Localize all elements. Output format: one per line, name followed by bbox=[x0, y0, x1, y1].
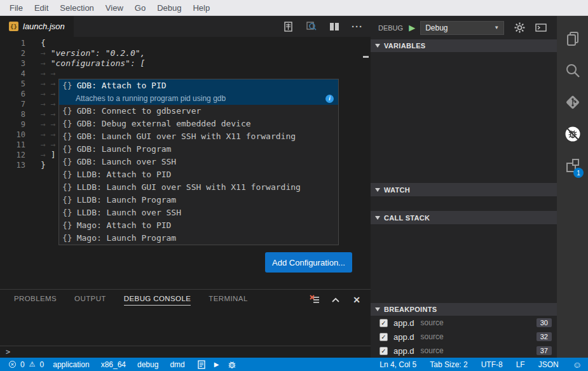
debug-view-title: DEBUG bbox=[378, 24, 403, 32]
status-item[interactable]: JSON bbox=[538, 360, 559, 369]
breakpoint-checkbox[interactable]: ✓ bbox=[379, 333, 388, 341]
search-icon[interactable] bbox=[557, 55, 588, 86]
gear-icon[interactable] bbox=[514, 22, 525, 33]
breakpoint-line-badge: 32 bbox=[537, 332, 552, 341]
status-item[interactable]: Tab Size: 2 bbox=[430, 360, 467, 369]
whitespace-tab-arrows: → → bbox=[41, 119, 60, 129]
breakpoint-checkbox[interactable]: ✓ bbox=[379, 347, 388, 355]
suggest-item[interactable]: {} GDB: Connect to gdbserver bbox=[59, 105, 338, 118]
suggest-label: Mago: Launch Program bbox=[77, 232, 177, 245]
suggest-label: GDB: Debug external embedded device bbox=[77, 118, 251, 130]
bug-icon[interactable] bbox=[228, 360, 236, 369]
status-item[interactable]: LF bbox=[516, 360, 525, 369]
section-variables[interactable]: VARIABLES bbox=[371, 39, 557, 52]
suggest-item[interactable]: {} GDB: Debug external embedded device bbox=[59, 118, 338, 130]
whitespace-tab-arrows: → bbox=[41, 150, 51, 159]
snippet-braces-icon: {} bbox=[62, 232, 72, 245]
breakpoint-file: app.d bbox=[393, 318, 414, 328]
source-control-icon[interactable] bbox=[557, 86, 588, 118]
breakpoint-kind: source bbox=[421, 332, 444, 341]
snippet-braces-icon: {} bbox=[62, 219, 72, 232]
section-call-stack[interactable]: CALL STACK bbox=[371, 211, 557, 224]
panel-tab[interactable]: DEBUG CONSOLE bbox=[124, 295, 191, 306]
menu-item[interactable]: Go bbox=[129, 3, 151, 13]
suggest-item[interactable]: {} Mago: Attach to PID bbox=[59, 219, 338, 232]
close-panel-icon[interactable]: ✕ bbox=[352, 295, 362, 305]
panel-tab[interactable]: OUTPUT bbox=[74, 295, 106, 306]
suggest-item-selected[interactable]: {} GDB: Attach to PID bbox=[59, 79, 338, 92]
menu-item[interactable]: Debug bbox=[151, 3, 187, 13]
suggest-item[interactable]: {} GDB: Launch over SSH bbox=[59, 156, 338, 168]
suggest-label: GDB: Attach to PID bbox=[77, 79, 167, 92]
suggest-item[interactable]: {} LLDB: Launch GUI over SSH with X11 fo… bbox=[59, 181, 338, 194]
status-right: Ln 4, Col 5Tab Size: 2UTF-8LFJSON ☺ bbox=[366, 360, 582, 370]
debug-icon[interactable] bbox=[557, 118, 588, 150]
status-item[interactable]: x86_64 bbox=[101, 360, 126, 369]
menu-item[interactable]: File bbox=[4, 3, 29, 13]
twistie-icon bbox=[375, 216, 380, 220]
run-icon[interactable]: ▶ bbox=[214, 361, 219, 368]
open-file-icon[interactable] bbox=[283, 21, 294, 32]
add-configuration-button[interactable]: Add Configuration... bbox=[265, 252, 352, 273]
breakpoint-row[interactable]: ✓ app.d source 30 bbox=[371, 316, 557, 330]
feedback-smiley-icon[interactable]: ☺ bbox=[573, 360, 582, 370]
clear-output-icon[interactable] bbox=[310, 295, 320, 305]
watch-body[interactable] bbox=[371, 196, 557, 211]
configurations-dropdown[interactable]: Debug ▼ bbox=[420, 21, 504, 35]
maximize-panel-icon[interactable] bbox=[331, 295, 341, 305]
line-number: 3 bbox=[0, 58, 25, 69]
snippet-braces-icon: {} bbox=[62, 194, 72, 206]
extensions-icon[interactable]: 1 bbox=[557, 150, 588, 182]
warnings-icon: ⚠ bbox=[29, 361, 36, 368]
menu-item[interactable]: Help bbox=[187, 3, 215, 13]
debug-console-icon[interactable] bbox=[535, 24, 547, 32]
section-watch[interactable]: WATCH bbox=[371, 183, 557, 196]
info-icon[interactable]: i bbox=[325, 95, 334, 103]
suggest-item[interactable]: {} LLDB: Launch Program bbox=[59, 194, 338, 206]
panel-tab[interactable]: PROBLEMS bbox=[14, 295, 57, 306]
suggest-detail-text: Attaches to a running program pid using … bbox=[76, 92, 325, 105]
call-stack-body[interactable] bbox=[371, 224, 557, 303]
snippet-braces-icon: {} bbox=[62, 118, 72, 130]
breakpoint-row[interactable]: ✓ app.d source 32 bbox=[371, 330, 557, 344]
code-editor[interactable]: 1 { 2 → "version": "0.2.0", 3 → "configu… bbox=[0, 37, 371, 289]
status-item[interactable]: debug bbox=[137, 360, 158, 369]
profile-doc-icon[interactable] bbox=[198, 360, 205, 369]
problems-status[interactable]: ✕ 0 ⚠ 0 bbox=[9, 360, 44, 369]
build-status-items: applicationx86_64debugdmd bbox=[53, 360, 196, 369]
menu-item[interactable]: View bbox=[100, 3, 129, 13]
suggest-item[interactable]: {} GDB: Launch GUI over SSH with X11 for… bbox=[59, 130, 338, 143]
tab-launch-json[interactable]: {} launch.json bbox=[0, 16, 74, 37]
variables-body[interactable] bbox=[371, 52, 557, 183]
status-item[interactable]: Ln 4, Col 5 bbox=[379, 360, 416, 369]
split-editor-icon[interactable] bbox=[329, 21, 339, 32]
menu-item[interactable]: Edit bbox=[29, 3, 54, 13]
status-item[interactable]: dmd bbox=[170, 360, 184, 369]
code-text: "configurations": [ bbox=[51, 58, 146, 68]
status-item[interactable]: UTF-8 bbox=[481, 360, 503, 369]
debug-console-output[interactable] bbox=[0, 311, 371, 346]
suggest-item[interactable]: {} LLDB: Attach to PID bbox=[59, 168, 338, 181]
suggest-item[interactable]: {} Mago: Launch Program bbox=[59, 232, 338, 245]
breakpoint-row[interactable]: ✓ app.d source 37 bbox=[371, 344, 557, 358]
breakpoint-checkbox[interactable]: ✓ bbox=[379, 319, 388, 327]
whitespace-tab-arrows: → → bbox=[41, 109, 60, 119]
line-number: 6 bbox=[0, 89, 25, 99]
menu-item[interactable]: Selection bbox=[54, 3, 99, 13]
start-debug-icon[interactable]: ▶ bbox=[409, 23, 415, 32]
open-preview-icon[interactable] bbox=[306, 21, 317, 32]
debug-console-input[interactable]: > bbox=[0, 346, 371, 358]
explorer-icon[interactable] bbox=[557, 23, 588, 55]
panel-tab[interactable]: TERMINAL bbox=[209, 295, 247, 306]
suggest-item[interactable]: {} GDB: Launch Program bbox=[59, 143, 338, 156]
suggest-list: {} GDB: Connect to gdbserver {} GDB: Deb… bbox=[59, 105, 338, 245]
suggest-item[interactable]: {} LLDB: Launch over SSH bbox=[59, 206, 338, 219]
section-breakpoints[interactable]: BREAKPOINTS bbox=[371, 303, 557, 316]
status-item[interactable]: application bbox=[53, 360, 89, 369]
suggest-label: LLDB: Attach to PID bbox=[77, 168, 172, 181]
suggest-label: GDB: Launch Program bbox=[77, 143, 172, 156]
snippet-braces-icon: {} bbox=[62, 79, 72, 92]
more-actions-icon[interactable]: ··· bbox=[352, 21, 363, 32]
whitespace-tab-arrows: → → bbox=[41, 79, 60, 88]
json-file-icon: {} bbox=[9, 22, 18, 31]
